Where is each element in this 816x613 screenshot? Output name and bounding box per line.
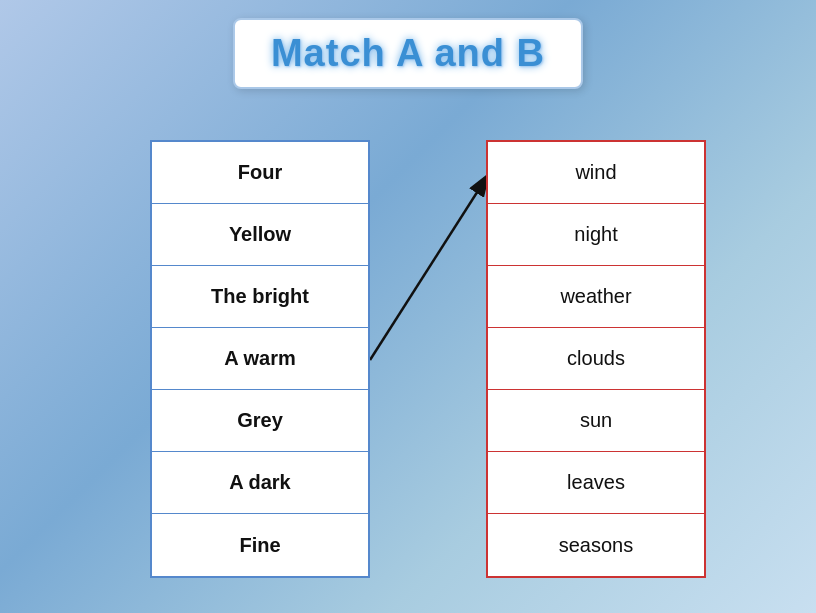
cell-a-fine: Fine bbox=[152, 514, 368, 576]
cell-b-night: night bbox=[488, 204, 704, 266]
cell-a-a-warm: A warm bbox=[152, 328, 368, 390]
cell-a-four: Four bbox=[152, 142, 368, 204]
cell-b-weather: weather bbox=[488, 266, 704, 328]
cell-a-grey: Grey bbox=[152, 390, 368, 452]
svg-line-1 bbox=[370, 172, 490, 360]
cell-a-yellow: Yellow bbox=[152, 204, 368, 266]
cell-a-a-dark: A dark bbox=[152, 452, 368, 514]
column-a: Four Yellow The bright A warm Grey A dar… bbox=[150, 140, 370, 578]
page-title: Match A and B bbox=[271, 32, 545, 74]
cell-b-wind: wind bbox=[488, 142, 704, 204]
cell-b-sun: sun bbox=[488, 390, 704, 452]
title-box: Match A and B bbox=[233, 18, 583, 89]
cell-b-seasons: seasons bbox=[488, 514, 704, 576]
cell-b-clouds: clouds bbox=[488, 328, 704, 390]
column-b: wind night weather clouds sun leaves sea… bbox=[486, 140, 706, 578]
cell-b-leaves: leaves bbox=[488, 452, 704, 514]
cell-a-the-bright: The bright bbox=[152, 266, 368, 328]
